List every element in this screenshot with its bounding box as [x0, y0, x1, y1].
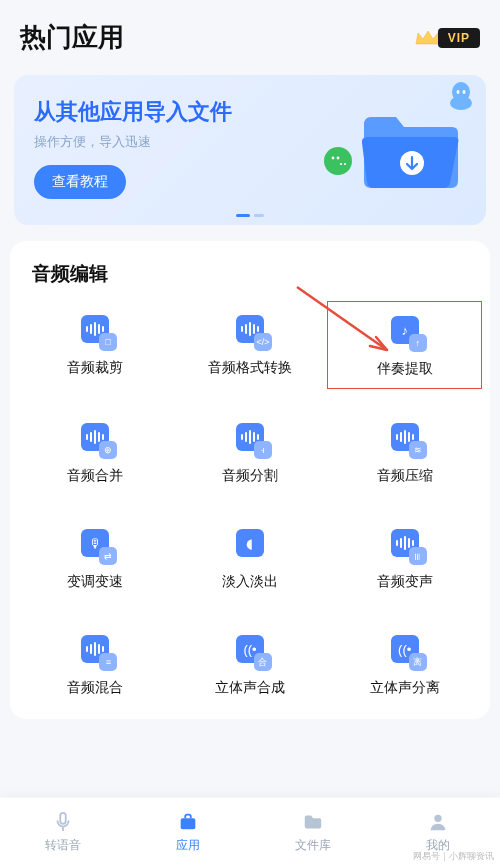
- svg-rect-10: [180, 818, 195, 829]
- tool-icon: ⫞: [230, 417, 270, 457]
- tool-11[interactable]: ((•离立体声分离: [327, 621, 482, 707]
- svg-point-4: [340, 163, 342, 165]
- tool-label: 淡入淡出: [222, 573, 278, 591]
- watermark: 网易号｜小辉聊资讯: [413, 850, 494, 863]
- tab-label: 转语音: [45, 837, 81, 854]
- tool-label: 立体声分离: [370, 679, 440, 697]
- tab-briefcase[interactable]: 应用: [125, 798, 250, 867]
- tab-label: 文件库: [295, 837, 331, 854]
- tool-4[interactable]: ⫞音频分割: [173, 409, 328, 495]
- audio-edit-section: 音频编辑 □音频裁剪</>音频格式转换♪↑伴奏提取⊕音频合并⫞音频分割≋音频压缩…: [10, 241, 490, 719]
- tool-2[interactable]: ♪↑伴奏提取: [327, 301, 482, 389]
- tool-label: 音频混合: [67, 679, 123, 697]
- svg-point-5: [344, 163, 346, 165]
- tool-icon: □: [75, 309, 115, 349]
- tool-9[interactable]: ≡音频混合: [18, 621, 173, 707]
- tool-8[interactable]: ⫼音频变声: [327, 515, 482, 601]
- qq-icon: [448, 81, 474, 111]
- tool-icon: </>: [230, 309, 270, 349]
- tool-6[interactable]: 🎙⇄变调变速: [18, 515, 173, 601]
- banner-pagination: [236, 214, 264, 217]
- tool-label: 音频合并: [67, 467, 123, 485]
- svg-point-3: [337, 157, 340, 160]
- tool-label: 音频变声: [377, 573, 433, 591]
- tool-icon: ♪↑: [385, 310, 425, 350]
- svg-point-9: [463, 90, 466, 94]
- section-title: 音频编辑: [18, 261, 482, 301]
- mic-icon: [51, 811, 75, 833]
- svg-point-8: [457, 90, 460, 94]
- tool-icon: ⊕: [75, 417, 115, 457]
- tool-icon: 🎙⇄: [75, 523, 115, 563]
- tool-label: 音频分割: [222, 467, 278, 485]
- tool-icon: ((•离: [385, 629, 425, 669]
- folder-icon: [301, 811, 325, 833]
- tool-7[interactable]: ◖淡入淡出: [173, 515, 328, 601]
- tool-label: 音频裁剪: [67, 359, 123, 377]
- tool-label: 音频格式转换: [208, 359, 292, 377]
- folder-illustration: [356, 103, 466, 193]
- tool-label: 伴奏提取: [377, 360, 433, 378]
- tool-5[interactable]: ≋音频压缩: [327, 409, 482, 495]
- tool-icon: ⫼: [385, 523, 425, 563]
- briefcase-icon: [176, 811, 200, 833]
- tab-folder[interactable]: 文件库: [250, 798, 375, 867]
- tool-icon: ≋: [385, 417, 425, 457]
- wechat-icon: [324, 147, 352, 175]
- svg-point-7: [450, 96, 472, 110]
- vip-badge[interactable]: VIP: [414, 28, 480, 48]
- svg-point-11: [434, 815, 441, 822]
- page-title: 热门应用: [20, 20, 124, 55]
- tool-icon: ◖: [230, 523, 270, 563]
- person-icon: [426, 811, 450, 833]
- tool-1[interactable]: </>音频格式转换: [173, 301, 328, 389]
- tool-0[interactable]: □音频裁剪: [18, 301, 173, 389]
- import-banner[interactable]: 从其他应用导入文件 操作方便，导入迅速 查看教程: [14, 75, 486, 225]
- svg-point-2: [332, 157, 335, 160]
- tool-label: 音频压缩: [377, 467, 433, 485]
- vip-label: VIP: [438, 28, 480, 48]
- tab-mic[interactable]: 转语音: [0, 798, 125, 867]
- tool-icon: ((•合: [230, 629, 270, 669]
- tool-label: 变调变速: [67, 573, 123, 591]
- tool-3[interactable]: ⊕音频合并: [18, 409, 173, 495]
- tab-label: 应用: [176, 837, 200, 854]
- tool-10[interactable]: ((•合立体声合成: [173, 621, 328, 707]
- tool-label: 立体声合成: [215, 679, 285, 697]
- tool-icon: ≡: [75, 629, 115, 669]
- tutorial-button[interactable]: 查看教程: [34, 165, 126, 199]
